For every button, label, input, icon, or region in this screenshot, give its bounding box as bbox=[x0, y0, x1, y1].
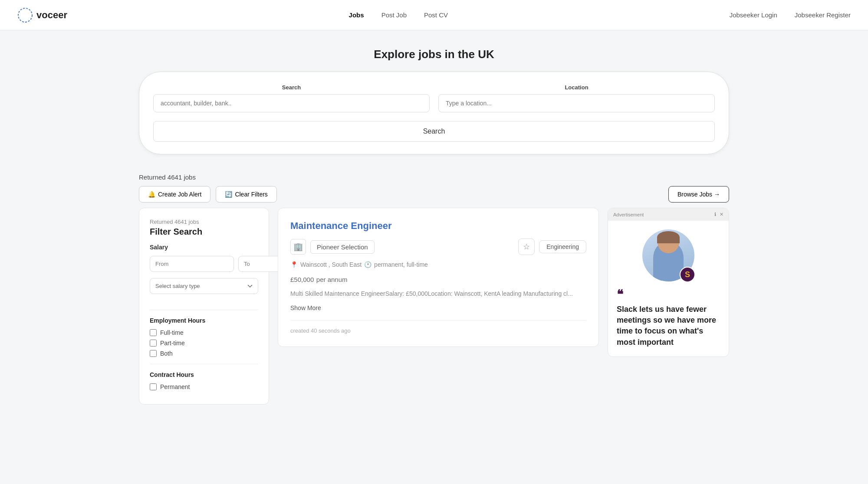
location-field: Location bbox=[438, 84, 715, 112]
job-title-link[interactable]: Maintenance Engineer bbox=[290, 220, 586, 232]
refresh-icon: 🔄 bbox=[225, 191, 232, 198]
results-actions-left: 🔔 Create Job Alert 🔄 Clear Filters bbox=[139, 186, 277, 203]
ad-quote-mark: ❝ bbox=[617, 288, 720, 301]
both-checkbox-item[interactable]: Both bbox=[150, 350, 258, 357]
results-count: Returned 4641 jobs bbox=[139, 173, 729, 181]
job-type-text: permanent, full-time bbox=[374, 261, 428, 268]
job-description: Multi Skilled Maintenance EngineerSalary… bbox=[290, 289, 586, 298]
logo-icon bbox=[17, 7, 33, 23]
nav-jobs[interactable]: Jobs bbox=[349, 11, 364, 19]
clear-filters-label: Clear Filters bbox=[235, 191, 267, 198]
company-name: Pioneer Selection bbox=[310, 240, 375, 254]
nav-right: Jobseeker Login Jobseeker Register bbox=[730, 11, 851, 19]
star-icon: ☆ bbox=[523, 242, 530, 252]
job-salary-period: per annum bbox=[316, 276, 348, 283]
full-time-label: Full-time bbox=[160, 329, 184, 336]
both-label: Both bbox=[160, 350, 173, 357]
header: voceer Jobs Post Job Post CV Jobseeker L… bbox=[0, 0, 868, 30]
ad-label: Advertisement bbox=[613, 212, 644, 217]
salary-from-input[interactable] bbox=[150, 256, 234, 272]
job-company-left: 🏢 Pioneer Selection bbox=[290, 239, 375, 255]
company-icon: 🏢 bbox=[290, 239, 306, 255]
job-salary-amount: £50,000 bbox=[290, 276, 314, 283]
part-time-checkbox[interactable] bbox=[150, 340, 157, 347]
search-fields: Search Location bbox=[153, 84, 715, 112]
job-card: Maintenance Engineer 🏢 Pioneer Selection… bbox=[278, 208, 599, 347]
contract-hours-section: Contract Hours Permanent bbox=[150, 371, 258, 390]
logo-text: voceer bbox=[36, 10, 67, 21]
ad-content: S ❝ Slack lets us have fewer meetings so… bbox=[608, 221, 729, 356]
job-listings: Maintenance Engineer 🏢 Pioneer Selection… bbox=[278, 208, 599, 405]
full-time-checkbox-item[interactable]: Full-time bbox=[150, 329, 258, 336]
job-salary: £50,000 per annum bbox=[290, 274, 586, 284]
contract-hours-title: Contract Hours bbox=[150, 371, 258, 378]
ad-close-icon[interactable]: ✕ bbox=[720, 212, 723, 217]
sidebar-returned-text: Returned 4641 jobs bbox=[150, 219, 258, 225]
job-footer: created 40 seconds ago bbox=[290, 320, 586, 334]
create-job-alert-button[interactable]: 🔔 Create Job Alert bbox=[139, 186, 210, 203]
salary-range bbox=[150, 256, 258, 272]
permanent-label: Permanent bbox=[160, 383, 190, 390]
ad-info-icon[interactable]: ℹ bbox=[714, 212, 716, 217]
hero-title: Explore jobs in the UK bbox=[17, 48, 851, 61]
engineering-badge: Engineering bbox=[539, 240, 586, 253]
employment-hours-title: Employment Hours bbox=[150, 317, 258, 324]
job-company-right: ☆ Engineering bbox=[518, 239, 586, 255]
full-time-checkbox[interactable] bbox=[150, 329, 157, 336]
permanent-checkbox[interactable] bbox=[150, 383, 157, 390]
show-more-button[interactable]: Show More bbox=[290, 304, 586, 311]
nav-jobseeker-login[interactable]: Jobseeker Login bbox=[730, 11, 777, 19]
salary-divider bbox=[150, 310, 258, 310]
search-label: Search bbox=[153, 84, 430, 91]
browse-jobs-button[interactable]: Browse Jobs → bbox=[668, 186, 729, 203]
permanent-checkbox-item[interactable]: Permanent bbox=[150, 383, 258, 390]
ad-panel: Advertisement ℹ ✕ S ❝ S bbox=[608, 208, 729, 357]
svg-point-0 bbox=[18, 8, 32, 22]
salary-section-title: Salary bbox=[150, 244, 258, 251]
ad-quote-text: Slack lets us have fewer meetings so we … bbox=[617, 304, 720, 348]
location-label: Location bbox=[438, 84, 715, 91]
search-field: Search bbox=[153, 84, 430, 112]
hero-section: Explore jobs in the UK Search Location S… bbox=[0, 30, 868, 163]
location-input[interactable] bbox=[438, 94, 715, 112]
employment-divider bbox=[150, 364, 258, 364]
slack-logo: S bbox=[680, 267, 695, 282]
nav-post-job[interactable]: Post Job bbox=[381, 11, 407, 19]
sidebar: Returned 4641 jobs Filter Search Salary … bbox=[139, 208, 269, 405]
job-location-text: Wainscott , South East bbox=[300, 261, 362, 268]
bell-icon: 🔔 bbox=[148, 191, 155, 198]
part-time-checkbox-item[interactable]: Part-time bbox=[150, 340, 258, 347]
salary-type-select[interactable]: Select salary type Per annum Per hour Pe… bbox=[150, 278, 258, 294]
results-actions: 🔔 Create Job Alert 🔄 Clear Filters Brows… bbox=[139, 186, 729, 203]
nav-post-cv[interactable]: Post CV bbox=[424, 11, 448, 19]
part-time-label: Part-time bbox=[160, 340, 185, 347]
search-input[interactable] bbox=[153, 94, 430, 112]
both-checkbox[interactable] bbox=[150, 350, 157, 357]
star-button[interactable]: ☆ bbox=[518, 239, 535, 255]
clear-filters-button[interactable]: 🔄 Clear Filters bbox=[216, 186, 276, 203]
ad-header: Advertisement ℹ ✕ bbox=[608, 208, 729, 221]
main-layout: Returned 4641 jobs Filter Search Salary … bbox=[122, 208, 746, 405]
search-button[interactable]: Search bbox=[153, 121, 715, 142]
created-time: created 40 seconds ago bbox=[290, 327, 351, 334]
create-job-alert-label: Create Job Alert bbox=[158, 191, 201, 198]
main-nav: Jobs Post Job Post CV bbox=[349, 11, 448, 19]
nav-jobseeker-register[interactable]: Jobseeker Register bbox=[795, 11, 851, 19]
results-header: Returned 4641 jobs 🔔 Create Job Alert 🔄 … bbox=[122, 173, 746, 203]
employment-hours-section: Employment Hours Full-time Part-time Bot… bbox=[150, 317, 258, 357]
location-pin-icon: 📍 bbox=[290, 261, 298, 268]
job-company-row: 🏢 Pioneer Selection ☆ Engineering bbox=[290, 239, 586, 255]
logo[interactable]: voceer bbox=[17, 7, 67, 23]
sidebar-title: Filter Search bbox=[150, 227, 258, 237]
clock-icon: 🕐 bbox=[364, 261, 372, 268]
search-box: Search Location Search bbox=[139, 72, 729, 154]
job-location: 📍 Wainscott , South East 🕐 permanent, fu… bbox=[290, 261, 586, 268]
